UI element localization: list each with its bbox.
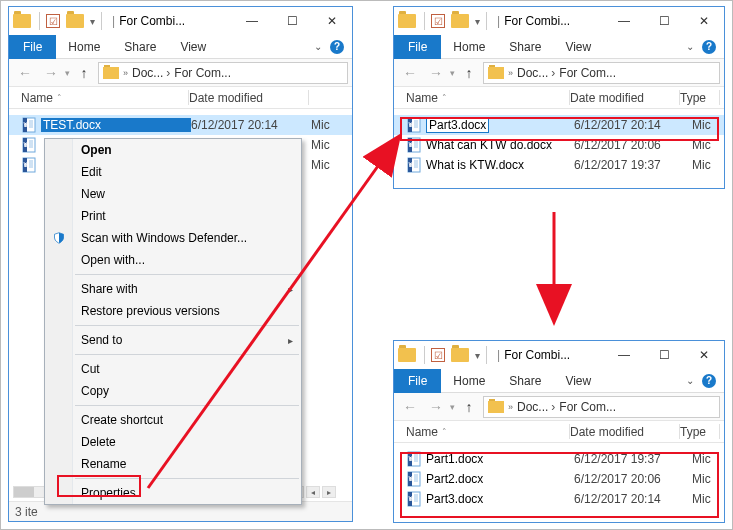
menu-home[interactable]: Home (441, 369, 497, 393)
menu-share[interactable]: Share (112, 35, 168, 59)
titlebar[interactable]: ☑ ▾ | For Combi... — ☐ ✕ (394, 7, 724, 35)
help-icon[interactable]: ? (702, 40, 716, 54)
menu-share[interactable]: Share (497, 35, 553, 59)
qat-dropdown-icon[interactable]: ▾ (90, 16, 95, 27)
column-date[interactable]: Date modified (570, 421, 680, 442)
ribbon-expand-icon[interactable]: ⌄ (686, 375, 694, 386)
list-item[interactable]: What is KTW.docx 6/12/2017 19:37 Mic (394, 155, 724, 175)
nav-forward-icon[interactable]: → (424, 61, 448, 85)
maximize-button[interactable]: ☐ (644, 341, 684, 369)
nav-back-icon[interactable]: ← (398, 395, 422, 419)
nav-up-icon[interactable]: ↑ (457, 395, 481, 419)
qat-dropdown-icon[interactable]: ▾ (475, 350, 480, 361)
column-name[interactable]: Name˄ (21, 87, 189, 108)
scroll-left-icon[interactable]: ◂ (306, 486, 320, 498)
menu-file[interactable]: File (394, 369, 441, 393)
titlebar[interactable]: ☑ ▾ | For Combi... — ☐ ✕ (9, 7, 352, 35)
nav-up-icon[interactable]: ↑ (457, 61, 481, 85)
breadcrumb-part[interactable]: For Com... (559, 400, 616, 414)
help-icon[interactable]: ? (330, 40, 344, 54)
ctx-delete[interactable]: Delete (45, 431, 301, 453)
qat-folder-icon[interactable] (451, 348, 469, 362)
context-menu: Open Edit New Print Scan with Windows De… (44, 138, 302, 505)
list-item[interactable]: Part1.docx 6/12/2017 19:37 Mic (394, 449, 724, 469)
close-button[interactable]: ✕ (312, 7, 352, 35)
ctx-open[interactable]: Open (45, 139, 301, 161)
list-item[interactable]: TEST.docx 6/12/2017 20:14 Mic (9, 115, 352, 135)
menu-view[interactable]: View (553, 369, 603, 393)
breadcrumb[interactable]: » Doc... For Com... (98, 62, 348, 84)
nav-back-icon[interactable]: ← (398, 61, 422, 85)
ctx-edit[interactable]: Edit (45, 161, 301, 183)
column-name[interactable]: Name˄ (406, 87, 570, 108)
ctx-print[interactable]: Print (45, 205, 301, 227)
ctx-rename[interactable]: Rename (45, 453, 301, 475)
qat-dropdown-icon[interactable]: ▾ (475, 16, 480, 27)
scrollbar-thumb[interactable] (14, 487, 34, 497)
column-date[interactable]: Date modified (189, 87, 309, 108)
breadcrumb-folder-icon (488, 67, 504, 79)
column-type[interactable]: Type (680, 87, 720, 108)
close-button[interactable]: ✕ (684, 341, 724, 369)
breadcrumb-part[interactable]: Doc... (132, 66, 170, 80)
column-type[interactable]: Type (680, 421, 720, 442)
column-date[interactable]: Date modified (570, 87, 680, 108)
scroll-right-icon[interactable]: ▸ (322, 486, 336, 498)
qat-properties-icon[interactable]: ☑ (431, 14, 445, 28)
ctx-sendto[interactable]: Send to (45, 329, 301, 351)
menu-view[interactable]: View (168, 35, 218, 59)
menu-view[interactable]: View (553, 35, 603, 59)
breadcrumb[interactable]: » Doc... For Com... (483, 62, 720, 84)
ctx-copy[interactable]: Copy (45, 380, 301, 402)
word-doc-icon (21, 117, 37, 133)
ctx-properties[interactable]: Properties (45, 482, 301, 504)
nav-up-icon[interactable]: ↑ (72, 61, 96, 85)
ctx-sharewith[interactable]: Share with (45, 278, 301, 300)
ctx-defender[interactable]: Scan with Windows Defender... (45, 227, 301, 249)
list-item[interactable]: Part2.docx 6/12/2017 20:06 Mic (394, 469, 724, 489)
nav-history-icon[interactable]: ▾ (450, 402, 455, 412)
qat-folder-icon[interactable] (451, 14, 469, 28)
menu-home[interactable]: Home (441, 35, 497, 59)
ribbon-expand-icon[interactable]: ⌄ (686, 41, 694, 52)
maximize-button[interactable]: ☐ (644, 7, 684, 35)
minimize-button[interactable]: — (604, 7, 644, 35)
ctx-new[interactable]: New (45, 183, 301, 205)
ctx-openwith[interactable]: Open with... (45, 249, 301, 271)
breadcrumb-chevron-icon[interactable]: » (508, 68, 513, 78)
maximize-button[interactable]: ☐ (272, 7, 312, 35)
nav-forward-icon[interactable]: → (39, 61, 63, 85)
minimize-button[interactable]: — (604, 341, 644, 369)
qat-properties-icon[interactable]: ☑ (431, 348, 445, 362)
ctx-shortcut[interactable]: Create shortcut (45, 409, 301, 431)
nav-forward-icon[interactable]: → (424, 395, 448, 419)
breadcrumb-chevron-icon[interactable]: » (508, 402, 513, 412)
ribbon-expand-icon[interactable]: ⌄ (314, 41, 322, 52)
breadcrumb-part[interactable]: For Com... (174, 66, 231, 80)
breadcrumb-part[interactable]: Doc... (517, 66, 555, 80)
menu-share[interactable]: Share (497, 369, 553, 393)
nav-history-icon[interactable]: ▾ (450, 68, 455, 78)
breadcrumb-chevron-icon[interactable]: » (123, 68, 128, 78)
menu-file[interactable]: File (9, 35, 56, 59)
help-icon[interactable]: ? (702, 374, 716, 388)
breadcrumb-part[interactable]: For Com... (559, 66, 616, 80)
rename-input[interactable]: Part3.docx (426, 117, 489, 133)
list-item[interactable]: Part3.docx 6/12/2017 20:14 Mic (394, 489, 724, 509)
close-button[interactable]: ✕ (684, 7, 724, 35)
nav-back-icon[interactable]: ← (13, 61, 37, 85)
titlebar[interactable]: ☑ ▾ | For Combi... — ☐ ✕ (394, 341, 724, 369)
breadcrumb-part[interactable]: Doc... (517, 400, 555, 414)
list-item[interactable]: Part3.docx 6/12/2017 20:14 Mic (394, 115, 724, 135)
minimize-button[interactable]: — (232, 7, 272, 35)
ctx-restore[interactable]: Restore previous versions (45, 300, 301, 322)
list-item[interactable]: What can KTW do.docx 6/12/2017 20:06 Mic (394, 135, 724, 155)
nav-history-icon[interactable]: ▾ (65, 68, 70, 78)
qat-properties-icon[interactable]: ☑ (46, 14, 60, 28)
menu-home[interactable]: Home (56, 35, 112, 59)
ctx-cut[interactable]: Cut (45, 358, 301, 380)
breadcrumb[interactable]: » Doc... For Com... (483, 396, 720, 418)
qat-folder-icon[interactable] (66, 14, 84, 28)
column-name[interactable]: Name˄ (406, 421, 570, 442)
menu-file[interactable]: File (394, 35, 441, 59)
